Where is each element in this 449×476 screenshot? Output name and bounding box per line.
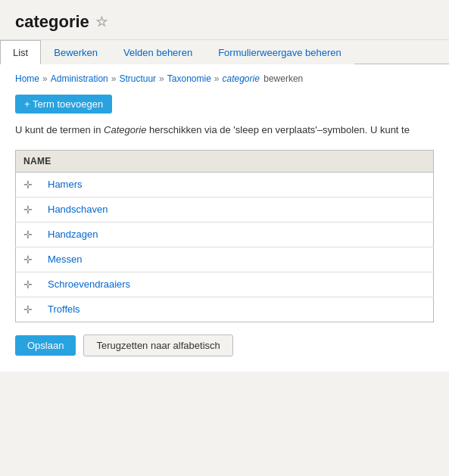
drag-icon: ✛ — [23, 303, 33, 316]
drag-handle[interactable]: ✛ — [16, 197, 41, 222]
breadcrumb-current: categorie — [223, 73, 260, 84]
description-category-name: Categorie — [104, 124, 146, 135]
page-title-text: categorie — [15, 12, 89, 32]
breadcrumb-home[interactable]: Home — [15, 73, 39, 84]
term-name-cell: Messen — [40, 247, 434, 272]
breadcrumb-suffix: bewerken — [261, 73, 303, 84]
description-prefix: U kunt de termen in — [15, 124, 104, 135]
breadcrumb-sep1: » — [42, 73, 48, 84]
reset-button[interactable]: Terugzetten naar alfabetisch — [83, 334, 232, 356]
breadcrumb: Home » Administration » Structuur » Taxo… — [15, 73, 434, 84]
table-row: ✛ Schroevendraaiers — [16, 272, 434, 297]
table-row: ✛ Messen — [16, 247, 434, 272]
term-link[interactable]: Handschaven — [48, 204, 108, 215]
description-text: U kunt de termen in Categorie herschikke… — [15, 123, 434, 138]
save-button[interactable]: Opslaan — [15, 335, 76, 356]
breadcrumb-sep2: » — [111, 73, 117, 84]
table-header-name: NAME — [16, 150, 434, 172]
drag-icon: ✛ — [23, 278, 33, 291]
main-content: Home » Administration » Structuur » Taxo… — [0, 64, 449, 372]
page-title: categorie ☆ — [15, 12, 434, 32]
term-link[interactable]: Handzagen — [48, 229, 98, 240]
breadcrumb-sep3: » — [159, 73, 164, 84]
term-name-cell: Handschaven — [40, 197, 434, 222]
drag-icon: ✛ — [23, 179, 33, 191]
tab-list[interactable]: List — [0, 40, 41, 64]
tab-formulierweergave-beheren[interactable]: Formulierweergave beheren — [205, 40, 354, 64]
drag-handle[interactable]: ✛ — [16, 247, 41, 272]
drag-icon: ✛ — [23, 254, 33, 266]
term-link[interactable]: Schroevendraaiers — [48, 278, 130, 290]
table-row: ✛ Handzagen — [16, 222, 434, 247]
terms-table: NAME ✛ Hamers ✛ Handschaven ✛ Handzagen — [15, 150, 434, 322]
term-link[interactable]: Hamers — [48, 179, 83, 190]
page-header: categorie ☆ — [0, 0, 449, 40]
term-name-cell: Troffels — [40, 297, 434, 322]
breadcrumb-structuur[interactable]: Structuur — [119, 73, 156, 84]
breadcrumb-taxonomie[interactable]: Taxonomie — [167, 73, 211, 84]
footer-actions: Opslaan Terugzetten naar alfabetisch — [15, 334, 434, 356]
term-link[interactable]: Messen — [48, 254, 83, 265]
drag-handle[interactable]: ✛ — [16, 272, 41, 297]
term-name-cell: Hamers — [40, 172, 434, 197]
table-row: ✛ Handschaven — [16, 197, 434, 222]
breadcrumb-administration[interactable]: Administration — [51, 73, 108, 84]
tab-velden-beheren[interactable]: Velden beheren — [111, 40, 205, 64]
term-link[interactable]: Troffels — [48, 303, 80, 315]
drag-handle[interactable]: ✛ — [16, 222, 41, 247]
add-term-button[interactable]: + Term toevoegen — [15, 95, 112, 114]
tab-bewerken[interactable]: Bewerken — [41, 40, 111, 64]
tabs-container: List Bewerken Velden beheren Formulierwe… — [0, 40, 449, 64]
term-name-cell: Schroevendraaiers — [40, 272, 434, 297]
breadcrumb-sep4: » — [214, 73, 220, 84]
description-suffix: herschikken via de 'sleep en verplaats'–… — [146, 124, 409, 135]
term-name-cell: Handzagen — [40, 222, 434, 247]
table-row: ✛ Hamers — [16, 172, 434, 197]
table-header-row: NAME — [16, 150, 434, 172]
star-icon[interactable]: ☆ — [95, 14, 108, 30]
table-row: ✛ Troffels — [16, 297, 434, 322]
drag-handle[interactable]: ✛ — [16, 172, 41, 197]
drag-icon: ✛ — [23, 204, 33, 216]
drag-handle[interactable]: ✛ — [16, 297, 41, 322]
drag-icon: ✛ — [23, 229, 33, 241]
